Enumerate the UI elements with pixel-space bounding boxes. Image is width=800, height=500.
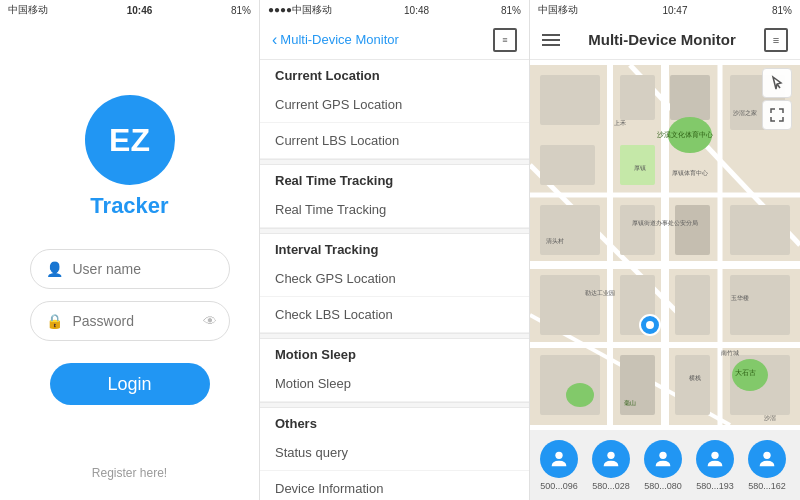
- svg-rect-18: [675, 205, 710, 255]
- map-svg: 沙溪文化体育中心 清头村 厚镇 厚镇体育中心 上禾 沙滘之家 厚镇街道办事处公安…: [530, 60, 800, 430]
- svg-line-0: [777, 84, 780, 88]
- login-button[interactable]: Login: [50, 363, 210, 405]
- svg-text:大石古: 大石古: [735, 369, 756, 376]
- svg-text:横栈: 横栈: [689, 375, 701, 381]
- svg-rect-26: [675, 355, 710, 415]
- login-carrier: 中国移动: [8, 3, 48, 17]
- user-id-3: 580...193: [696, 481, 734, 491]
- back-chevron-icon: ‹: [272, 31, 277, 49]
- svg-text:勒达工业园: 勒达工业园: [585, 290, 615, 296]
- svg-rect-16: [540, 205, 600, 255]
- map-time: 10:47: [662, 5, 687, 16]
- user-avatar-3: [696, 440, 734, 478]
- person-icon-2: [652, 448, 674, 470]
- map-tool-expand[interactable]: [762, 100, 792, 130]
- login-status-bar: 中国移动 10:46 81%: [0, 0, 259, 20]
- back-button[interactable]: ‹ Multi-Device Monitor: [272, 31, 399, 49]
- svg-text:毫山: 毫山: [624, 399, 636, 406]
- password-input[interactable]: [73, 313, 248, 329]
- svg-text:上禾: 上禾: [614, 120, 626, 126]
- svg-point-30: [566, 383, 594, 407]
- menu-item-current-gps[interactable]: Current GPS Location: [260, 87, 529, 123]
- map-toolbar: [762, 68, 792, 130]
- menu-item-current-lbs[interactable]: Current LBS Location: [260, 123, 529, 159]
- hamburger-icon[interactable]: [542, 34, 560, 46]
- svg-text:沙溪文化体育中心: 沙溪文化体育中心: [657, 130, 713, 139]
- menu-status-bar: ●●●●中国移动 10:48 81%: [260, 0, 529, 20]
- menu-header: ‹ Multi-Device Monitor ≡: [260, 20, 529, 60]
- login-time: 10:46: [127, 5, 153, 16]
- user-card-1[interactable]: 580...028: [588, 440, 634, 491]
- password-field[interactable]: 🔒 👁: [30, 301, 230, 341]
- svg-point-51: [711, 451, 718, 458]
- section-header-real-time: Real Time Tracking: [260, 165, 529, 192]
- svg-rect-17: [620, 205, 655, 255]
- map-container[interactable]: 沙溪文化体育中心 清头村 厚镇 厚镇体育中心 上禾 沙滘之家 厚镇街道办事处公安…: [530, 60, 800, 430]
- person-icon: [548, 448, 570, 470]
- person-icon-4: [756, 448, 778, 470]
- user-avatar-2: [644, 440, 682, 478]
- map-panel: 中国移动 10:47 81% Multi-Device Monitor ≡: [530, 0, 800, 500]
- user-avatar-4: [748, 440, 786, 478]
- section-header-others: Others: [260, 408, 529, 435]
- svg-text:厚镇街道办事处公安分局: 厚镇街道办事处公安分局: [632, 219, 698, 226]
- eye-icon[interactable]: 👁: [203, 313, 217, 329]
- map-carrier: 中国移动: [538, 3, 578, 17]
- svg-rect-19: [730, 205, 790, 255]
- map-status-bar: 中国移动 10:47 81%: [530, 0, 800, 20]
- menu-content: Current Location Current GPS Location Cu…: [260, 60, 529, 500]
- username-input[interactable]: [73, 261, 248, 277]
- map-battery: 81%: [772, 5, 792, 16]
- user-id-4: 580...162: [748, 481, 786, 491]
- user-card-2[interactable]: 580...080: [640, 440, 686, 491]
- svg-text:玉华楼: 玉华楼: [731, 295, 749, 301]
- logo-ez: EZ: [109, 122, 150, 159]
- login-panel: 中国移动 10:46 81% EZ Tracker 👤 🔒 👁 Login Re…: [0, 0, 260, 500]
- user-id-1: 580...028: [592, 481, 630, 491]
- logo-circle: EZ: [85, 95, 175, 185]
- svg-rect-23: [730, 275, 790, 335]
- menu-item-device-info[interactable]: Device Information: [260, 471, 529, 500]
- svg-point-52: [763, 451, 770, 458]
- svg-rect-15: [540, 145, 595, 185]
- section-header-current-location: Current Location: [260, 60, 529, 87]
- person-icon-3: [704, 448, 726, 470]
- svg-text:沙滘之家: 沙滘之家: [733, 109, 757, 116]
- svg-rect-20: [540, 275, 600, 335]
- section-header-motion-sleep: Motion Sleep: [260, 339, 529, 366]
- menu-item-real-time-tracking[interactable]: Real Time Tracking: [260, 192, 529, 228]
- menu-item-status-query[interactable]: Status query: [260, 435, 529, 471]
- svg-text:清头村: 清头村: [546, 238, 564, 244]
- logo-tracker: Tracker: [90, 193, 168, 219]
- user-id-2: 580...080: [644, 481, 682, 491]
- menu-panel: ●●●●中国移动 10:48 81% ‹ Multi-Device Monito…: [260, 0, 530, 500]
- register-link[interactable]: Register here!: [92, 466, 167, 480]
- expand-icon: [769, 107, 785, 123]
- menu-carrier: ●●●●中国移动: [268, 3, 332, 17]
- user-avatar-0: [540, 440, 578, 478]
- menu-item-check-gps[interactable]: Check GPS Location: [260, 261, 529, 297]
- menu-battery: 81%: [501, 5, 521, 16]
- map-tool-cursor[interactable]: [762, 68, 792, 98]
- section-header-interval: Interval Tracking: [260, 234, 529, 261]
- svg-rect-11: [540, 75, 600, 125]
- map-title: Multi-Device Monitor: [588, 31, 736, 48]
- user-card-4[interactable]: 580...162: [744, 440, 790, 491]
- svg-point-47: [646, 321, 654, 329]
- map-footer: 500...096 580...028 580...080: [530, 430, 800, 500]
- back-label: Multi-Device Monitor: [280, 32, 398, 47]
- user-card-3[interactable]: 580...193: [692, 440, 738, 491]
- lock-icon: 🔒: [46, 311, 63, 331]
- menu-item-motion-sleep[interactable]: Motion Sleep: [260, 366, 529, 402]
- document-icon[interactable]: ≡: [493, 28, 517, 52]
- user-id-0: 500...096: [540, 481, 578, 491]
- menu-time: 10:48: [404, 5, 429, 16]
- svg-text:厚镇体育中心: 厚镇体育中心: [672, 169, 708, 176]
- svg-rect-13: [670, 75, 710, 120]
- svg-rect-24: [540, 355, 600, 415]
- username-field[interactable]: 👤: [30, 249, 230, 289]
- map-doc-icon[interactable]: ≡: [764, 28, 788, 52]
- menu-item-check-lbs[interactable]: Check LBS Location: [260, 297, 529, 333]
- map-header: Multi-Device Monitor ≡: [530, 20, 800, 60]
- user-card-0[interactable]: 500...096: [536, 440, 582, 491]
